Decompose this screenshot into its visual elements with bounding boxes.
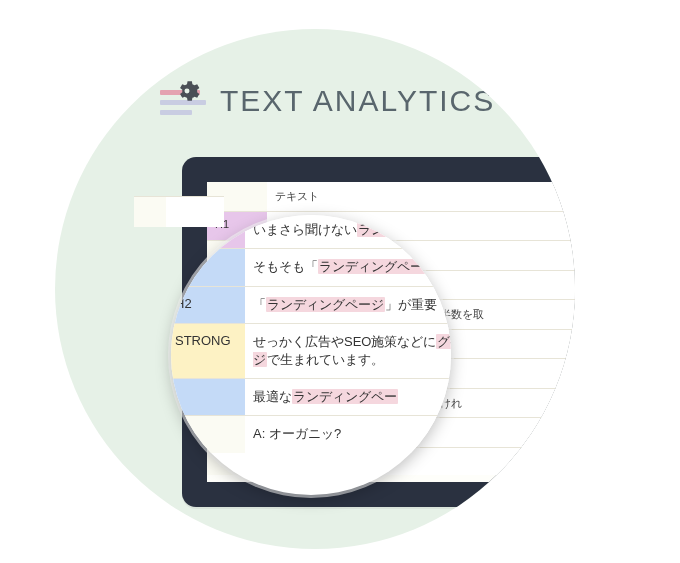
- svg-point-0: [185, 89, 190, 94]
- page-title: TEXT ANALYTICS: [220, 84, 495, 118]
- header: TEXT ANALYTICS: [160, 84, 495, 118]
- table-row: A: オーガニッ?: [171, 415, 451, 452]
- edge-text-cell: [166, 197, 224, 227]
- screen-edge-row: [134, 196, 224, 227]
- table-row: 最適なランディングペー: [171, 378, 451, 415]
- edge-tag-cell: [134, 197, 166, 227]
- text-cell: せっかく広告やSEO施策などにグページで生まれています。: [245, 324, 451, 378]
- text-cell: 最適なランディングペー: [245, 379, 451, 415]
- table-row: テキスト: [207, 182, 575, 211]
- text-cell: 「ランディングページ」が重要: [245, 287, 451, 323]
- tag-cell: [171, 379, 245, 415]
- logo: [160, 84, 206, 118]
- gear-icon: [174, 78, 200, 104]
- background-circle: TEXT ANALYTICS テキストH1・強調タグ(strong、ページ」って…: [55, 29, 575, 549]
- text-cell: テキスト: [267, 182, 575, 211]
- stage: TEXT ANALYTICS テキストH1・強調タグ(strong、ページ」って…: [0, 0, 680, 563]
- table-row: H2「ランディングページ」が重要: [171, 286, 451, 323]
- magnifier-lens: タグテキストH1いまさら聞けないランディングペH2そもそも「ランディングページ」…: [171, 215, 451, 495]
- table-row: STRONGせっかく広告やSEO施策などにグページで生まれています。: [171, 323, 451, 378]
- tag-cell: STRONG: [171, 324, 245, 378]
